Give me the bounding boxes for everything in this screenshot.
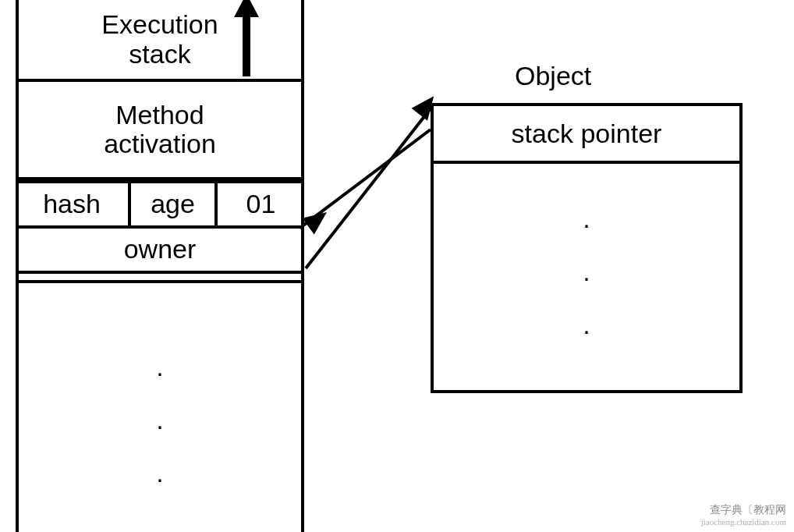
stack-ellipsis-icon: ··· — [156, 346, 163, 505]
watermark-en: jiaocheng.chazidian.com — [701, 517, 786, 527]
owner-row: owner — [16, 229, 304, 274]
object-title: Object — [515, 61, 591, 91]
mark-word-age: age — [131, 183, 218, 225]
stack-divider — [16, 274, 304, 283]
object-header: stack pointer — [434, 106, 739, 164]
execution-stack: Executionstack Methodactivation hash age… — [16, 0, 304, 532]
object-box: stack pointer ··· — [431, 103, 743, 393]
method-activation-label: Methodactivation — [104, 101, 216, 159]
method-activation-frame: Methodactivation — [16, 82, 304, 180]
watermark-cn: 查字典〔教程网 — [701, 504, 786, 517]
stack-header: Executionstack — [16, 0, 304, 82]
owner-label: owner — [124, 235, 197, 264]
mark-word-lock-bits: 01 — [218, 183, 304, 225]
pointer-owner-to-object-line — [304, 106, 432, 269]
object-header-label: stack pointer — [512, 119, 662, 149]
watermark: 查字典〔教程网 jiaocheng.chazidian.com — [701, 504, 786, 527]
stack-growth-arrow-icon — [234, 0, 259, 17]
object-body: ··· — [434, 164, 739, 390]
mark-word-row: hash age 01 — [16, 180, 304, 229]
pointer-object-to-stack-arrow-icon — [302, 204, 333, 235]
stack-title: Executionstack — [101, 10, 218, 69]
mark-word-hash: hash — [16, 183, 131, 225]
stack-remainder: ··· — [16, 283, 304, 529]
object-ellipsis-icon: ··· — [583, 197, 590, 356]
